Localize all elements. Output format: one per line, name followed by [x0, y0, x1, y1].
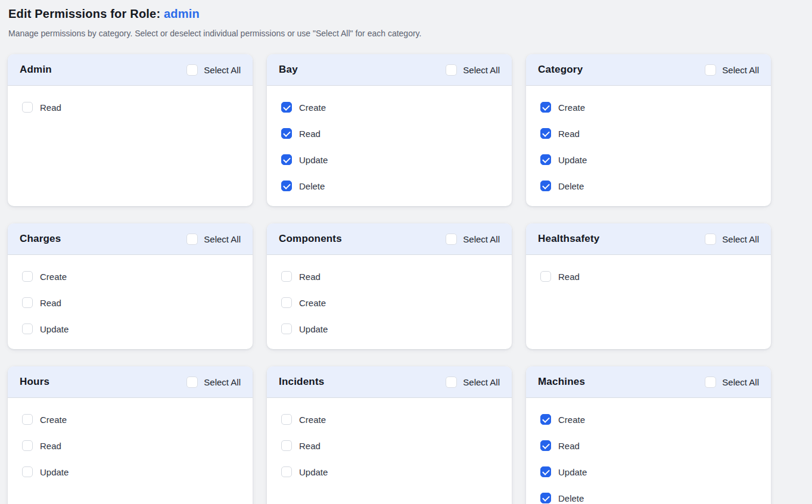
- permission-checkbox[interactable]: [22, 440, 33, 451]
- permission-row[interactable]: Create: [540, 94, 757, 120]
- permission-checkbox[interactable]: [281, 323, 292, 334]
- permission-checkbox[interactable]: [281, 466, 292, 477]
- permission-label: Read: [558, 129, 580, 139]
- permission-checkbox[interactable]: [22, 297, 33, 308]
- page-subtitle: Manage permissions by category. Select o…: [8, 29, 804, 38]
- permission-checkbox[interactable]: [540, 102, 551, 113]
- select-all-checkbox[interactable]: [186, 377, 198, 388]
- select-all-checkbox[interactable]: [705, 234, 716, 245]
- permission-row[interactable]: Read: [281, 263, 497, 290]
- permission-row[interactable]: Create: [22, 406, 238, 433]
- permission-row[interactable]: Read: [281, 433, 497, 459]
- select-all-label: Select All: [463, 234, 500, 244]
- permission-label: Create: [299, 415, 326, 425]
- permission-row[interactable]: Delete: [281, 173, 497, 199]
- select-all-label: Select All: [722, 234, 759, 244]
- permission-row[interactable]: Update: [22, 459, 238, 485]
- permission-row[interactable]: Update: [281, 316, 497, 342]
- permission-label: Update: [40, 467, 69, 477]
- select-all-control[interactable]: Select All: [705, 377, 759, 388]
- permission-card: Bay Select All Create Read Update Delete: [267, 54, 512, 206]
- permission-checkbox[interactable]: [281, 102, 292, 113]
- permission-row[interactable]: Delete: [540, 485, 757, 504]
- permission-row[interactable]: Read: [281, 120, 497, 147]
- permission-row[interactable]: Update: [281, 459, 497, 485]
- permission-checkbox[interactable]: [540, 466, 551, 477]
- permission-card: Machines Select All Create Read Update D…: [526, 366, 771, 504]
- select-all-checkbox[interactable]: [186, 64, 198, 76]
- permission-checkbox[interactable]: [22, 102, 33, 113]
- role-name: admin: [164, 7, 200, 20]
- permission-row[interactable]: Read: [22, 94, 238, 120]
- select-all-control[interactable]: Select All: [186, 377, 241, 388]
- select-all-control[interactable]: Select All: [705, 234, 759, 245]
- select-all-control[interactable]: Select All: [446, 64, 500, 76]
- select-all-checkbox[interactable]: [446, 234, 457, 245]
- card-body: Create Read Update Delete: [526, 86, 771, 206]
- permission-label: Read: [299, 129, 321, 139]
- permission-checkbox[interactable]: [281, 181, 292, 191]
- permission-checkbox[interactable]: [281, 128, 292, 139]
- select-all-checkbox[interactable]: [186, 234, 198, 245]
- permission-row[interactable]: Read: [540, 263, 757, 290]
- card-body: Create Read Update: [8, 398, 253, 504]
- card-body: Create Read Update Delete: [267, 86, 512, 206]
- select-all-checkbox[interactable]: [705, 377, 716, 388]
- select-all-label: Select All: [722, 377, 759, 387]
- permission-checkbox[interactable]: [22, 466, 33, 477]
- permission-row[interactable]: Update: [540, 147, 757, 173]
- permission-checkbox[interactable]: [281, 297, 292, 308]
- permission-row[interactable]: Create: [281, 406, 497, 433]
- select-all-label: Select All: [463, 377, 500, 387]
- permission-cards-grid: Admin Select All Read Bay Select All Cre…: [8, 54, 804, 504]
- select-all-label: Select All: [204, 377, 241, 387]
- permission-checkbox[interactable]: [540, 493, 551, 503]
- category-title: Machines: [538, 376, 585, 388]
- permission-checkbox[interactable]: [22, 271, 33, 282]
- permission-row[interactable]: Update: [22, 316, 238, 342]
- permission-row[interactable]: Create: [540, 406, 757, 433]
- select-all-checkbox[interactable]: [705, 64, 716, 76]
- category-title: Incidents: [279, 376, 324, 388]
- permission-row[interactable]: Update: [540, 459, 757, 485]
- permission-checkbox[interactable]: [22, 323, 33, 334]
- permission-checkbox[interactable]: [540, 440, 551, 451]
- permission-card: Category Select All Create Read Update D…: [526, 54, 771, 206]
- permission-label: Update: [558, 467, 587, 477]
- permission-row[interactable]: Delete: [540, 173, 757, 199]
- card-body: Create Read Update: [8, 255, 253, 349]
- permission-row[interactable]: Create: [281, 290, 497, 316]
- card-body: Create Read Update Delete: [526, 398, 771, 504]
- permission-checkbox[interactable]: [281, 440, 292, 451]
- select-all-control[interactable]: Select All: [186, 234, 241, 245]
- permission-row[interactable]: Create: [281, 94, 497, 120]
- permission-checkbox[interactable]: [22, 414, 33, 425]
- category-title: Components: [279, 233, 342, 245]
- permission-checkbox[interactable]: [281, 271, 292, 282]
- category-title: Admin: [20, 64, 52, 76]
- select-all-checkbox[interactable]: [446, 377, 457, 388]
- select-all-control[interactable]: Select All: [186, 64, 241, 76]
- permission-row[interactable]: Read: [22, 290, 238, 316]
- permission-checkbox[interactable]: [540, 414, 551, 425]
- permission-row[interactable]: Update: [281, 147, 497, 173]
- permission-checkbox[interactable]: [540, 128, 551, 139]
- permission-checkbox[interactable]: [281, 414, 292, 425]
- permission-label: Read: [558, 441, 580, 451]
- select-all-control[interactable]: Select All: [446, 234, 500, 245]
- select-all-control[interactable]: Select All: [446, 377, 500, 388]
- select-all-label: Select All: [204, 65, 241, 75]
- permission-row[interactable]: Read: [22, 433, 238, 459]
- permission-row[interactable]: Create: [22, 263, 238, 290]
- card-header: Components Select All: [267, 223, 512, 255]
- select-all-control[interactable]: Select All: [705, 64, 759, 76]
- permission-checkbox[interactable]: [540, 271, 551, 282]
- select-all-checkbox[interactable]: [446, 64, 457, 76]
- permission-row[interactable]: Read: [540, 433, 757, 459]
- card-body: Create Read Update: [267, 398, 512, 504]
- permission-checkbox[interactable]: [540, 181, 551, 191]
- permission-row[interactable]: Read: [540, 120, 757, 147]
- permission-label: Update: [299, 155, 328, 165]
- permission-checkbox[interactable]: [281, 154, 292, 165]
- permission-checkbox[interactable]: [540, 154, 551, 165]
